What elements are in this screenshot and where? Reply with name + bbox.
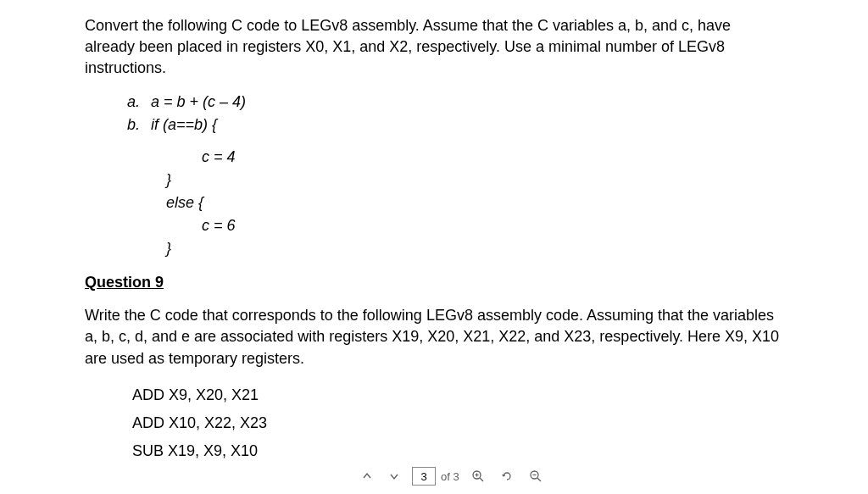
document-content: Convert the following C code to LEGv8 as… [0, 0, 868, 466]
prev-page-icon[interactable] [358, 469, 376, 484]
q9-assembly: ADD X9, X20, X21 ADD X10, X22, X23 SUB X… [132, 381, 783, 466]
q8-part-b: b. if (a==b) { [127, 114, 783, 136]
next-page-icon[interactable] [385, 469, 403, 484]
svg-line-5 [537, 478, 541, 481]
code-line-close2: } [166, 237, 783, 260]
asm-line-3: SUB X19, X9, X10 [132, 437, 783, 465]
q9-heading: Question 9 [85, 272, 783, 293]
part-a-code: a = b + (c – 4) [151, 92, 246, 113]
q8-part-a: a. a = b + (c – 4) [127, 92, 783, 113]
q8-part-b-code: c = 4 } else { c = 6 } [151, 146, 783, 260]
page-number-input[interactable] [412, 467, 436, 486]
code-line-c4: c = 4 [202, 146, 783, 169]
part-b-label: b. [127, 114, 151, 136]
svg-line-1 [480, 478, 483, 481]
code-line-close1: } [166, 169, 783, 191]
asm-line-1: ADD X9, X20, X21 [132, 381, 783, 409]
part-b-line1: if (a==b) { [151, 114, 217, 136]
rotate-icon[interactable] [497, 468, 517, 485]
zoom-in-icon[interactable] [468, 468, 488, 485]
pdf-toolbar: of 3 [358, 467, 546, 486]
q8-parts: a. a = b + (c – 4) b. if (a==b) { [127, 92, 783, 136]
asm-line-2: ADD X10, X22, X23 [132, 409, 783, 437]
page-total-label: of 3 [441, 470, 459, 483]
code-line-else: else { [166, 191, 783, 214]
zoom-out-icon[interactable] [526, 468, 546, 485]
code-line-c6: c = 6 [202, 214, 783, 237]
part-a-label: a. [127, 92, 151, 113]
q8-intro: Convert the following C code to LEGv8 as… [85, 15, 783, 80]
q9-intro: Write the C code that corresponds to the… [85, 305, 783, 369]
